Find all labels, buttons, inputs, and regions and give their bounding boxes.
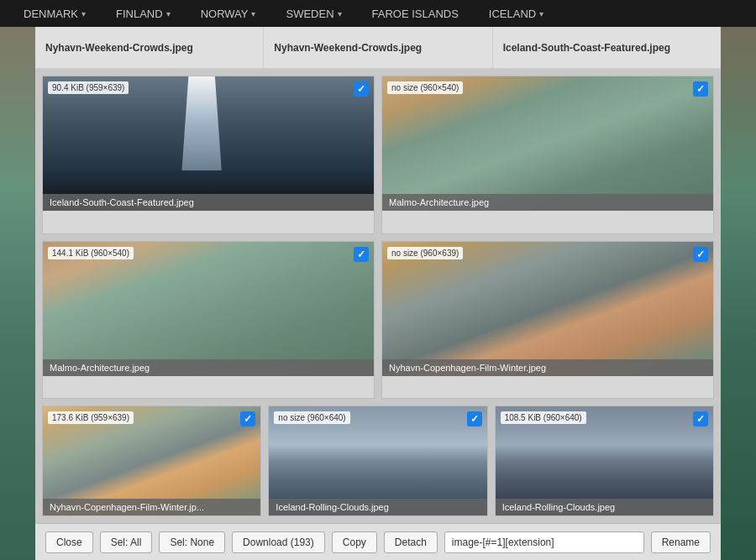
photo-3 — [382, 242, 713, 376]
image-card-5[interactable]: no size (960×640) Iceland-Rolling-Clouds… — [268, 406, 487, 516]
chevron-down-icon: ▾ — [251, 9, 255, 18]
waterfall-overlay — [169, 76, 235, 170]
modal-footer: Close Sel: All Sel: None Download (193) … — [35, 523, 721, 560]
copy-button[interactable]: Copy — [332, 531, 377, 553]
modal-header: Nyhavn-Weekend-Crowds.jpeg Nyhavn-Weeken… — [35, 27, 721, 69]
close-button[interactable]: Close — [45, 531, 93, 553]
image-card-2[interactable]: 144.1 KiB (960×540) Malmo-Architecture.j… — [42, 241, 375, 400]
header-filename-2: Nyhavn-Weekend-Crowds.jpeg — [264, 27, 492, 68]
rename-button[interactable]: Rename — [651, 531, 711, 553]
image-caption-6: Iceland-Rolling-Clouds.jpeg — [496, 499, 713, 516]
image-checkbox-6[interactable] — [693, 411, 708, 427]
image-caption-0: Iceland-South-Coast-Featured.jpeg — [43, 194, 374, 211]
nav-item-faroe[interactable]: FAROE ISLANDS — [357, 3, 474, 25]
download-button[interactable]: Download (193) — [232, 531, 325, 553]
nav-label-sweden: SWEDEN — [286, 8, 333, 20]
image-badge-3: no size (960×639) — [387, 247, 463, 259]
image-grid-row3: 173.6 KiB (959×639) Nyhavn-Copenhagen-Fi… — [35, 406, 721, 523]
chevron-down-icon: ▾ — [166, 9, 171, 18]
nav-label-faroe: FAROE ISLANDS — [372, 8, 459, 20]
nav-label-denmark: DENMARK — [24, 8, 78, 20]
image-badge-6: 108.5 KiB (960×640) — [501, 411, 586, 424]
image-checkbox-0[interactable] — [354, 81, 369, 97]
photo-0 — [43, 76, 374, 211]
sel-all-button[interactable]: Sel: All — [100, 531, 153, 553]
sel-none-button[interactable]: Sel: None — [159, 531, 225, 553]
image-caption-3: Nyhavn-Copenhagen-Film-Winter.jpeg — [382, 359, 713, 376]
nav-item-denmark[interactable]: DENMARK ▾ — [8, 3, 101, 25]
image-checkbox-4[interactable] — [240, 411, 255, 427]
nav-item-norway[interactable]: NORWAY ▾ — [186, 3, 271, 25]
nav-label-iceland: ICELAND — [489, 8, 536, 20]
photo-1 — [382, 76, 713, 211]
image-badge-2: 144.1 KiB (960×540) — [48, 247, 134, 259]
image-checkbox-1[interactable] — [693, 81, 708, 97]
image-caption-1: Malmo-Architecture.jpeg — [382, 194, 713, 211]
image-badge-0: 90.4 KiB (959×639) — [48, 81, 129, 94]
background-area: Nyhavn-Weekend-Crowds.jpeg Nyhavn-Weeken… — [0, 27, 756, 560]
photo-2 — [43, 242, 374, 376]
top-nav: DENMARK ▾ FINLAND ▾ NORWAY ▾ SWEDEN ▾ FA… — [0, 0, 756, 27]
image-badge-5: no size (960×640) — [274, 411, 349, 424]
image-card-0[interactable]: 90.4 KiB (959×639) Iceland-South-Coast-F… — [42, 76, 375, 234]
left-strip — [0, 27, 35, 560]
chevron-down-icon: ▾ — [338, 9, 342, 18]
rename-input[interactable] — [444, 531, 644, 553]
image-caption-4: Nyhavn-Copenhagen-Film-Winter.jp... — [43, 499, 260, 516]
image-checkbox-2[interactable] — [354, 247, 369, 262]
nav-label-norway: NORWAY — [201, 8, 249, 20]
image-modal: Nyhavn-Weekend-Crowds.jpeg Nyhavn-Weeken… — [35, 27, 721, 560]
image-badge-1: no size (960×540) — [387, 81, 463, 94]
nav-label-finland: FINLAND — [116, 8, 163, 20]
image-card-1[interactable]: no size (960×540) Malmo-Architecture.jpe… — [381, 76, 714, 234]
image-badge-4: 173.6 KiB (959×639) — [48, 411, 134, 424]
header-filename-3: Iceland-South-Coast-Featured.jpeg — [493, 27, 721, 68]
nav-item-sweden[interactable]: SWEDEN ▾ — [270, 3, 356, 25]
right-strip — [721, 27, 756, 560]
image-grid: 90.4 KiB (959×639) Iceland-South-Coast-F… — [35, 69, 721, 406]
image-caption-2: Malmo-Architecture.jpeg — [43, 359, 374, 376]
header-filename-1: Nyhavn-Weekend-Crowds.jpeg — [35, 27, 264, 68]
chevron-down-icon: ▾ — [81, 9, 86, 18]
image-card-3[interactable]: no size (960×639) Nyhavn-Copenhagen-Film… — [381, 241, 714, 400]
image-card-4[interactable]: 173.6 KiB (959×639) Nyhavn-Copenhagen-Fi… — [42, 406, 261, 516]
chevron-down-icon: ▾ — [539, 9, 543, 18]
detach-button[interactable]: Detach — [384, 531, 438, 553]
image-caption-5: Iceland-Rolling-Clouds.jpeg — [269, 499, 486, 516]
image-checkbox-5[interactable] — [467, 411, 482, 427]
image-checkbox-3[interactable] — [693, 247, 708, 262]
nav-item-finland[interactable]: FINLAND ▾ — [101, 3, 186, 25]
image-card-6[interactable]: 108.5 KiB (960×640) Iceland-Rolling-Clou… — [495, 406, 714, 516]
nav-item-iceland[interactable]: ICELAND ▾ — [474, 3, 559, 25]
